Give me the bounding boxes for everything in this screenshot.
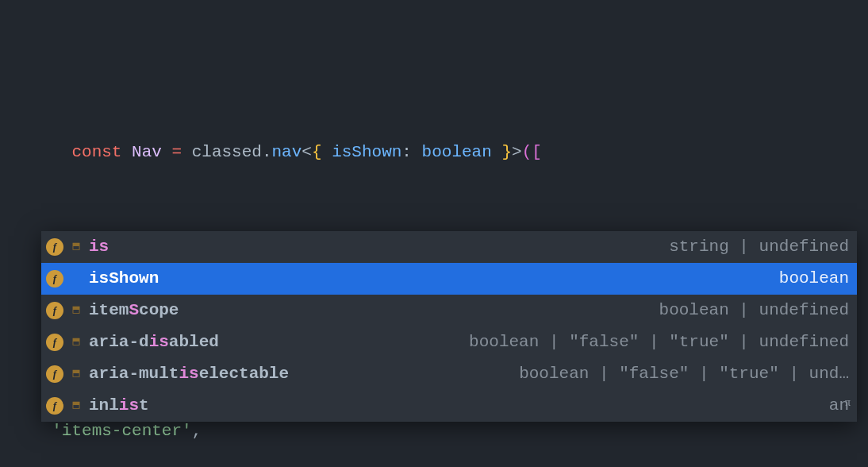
autocomplete-label: aria-multiselectable: [89, 358, 289, 390]
autocomplete-label: inlist: [89, 390, 149, 422]
brace: {: [312, 143, 332, 161]
autocomplete-type: string | undefined: [669, 231, 849, 263]
suggest-badge-icon: π: [845, 387, 851, 419]
identifier: Nav: [132, 143, 162, 161]
autocomplete-label: isShown: [89, 263, 159, 295]
import-icon: ⬒: [70, 358, 83, 390]
brace: ([: [522, 143, 542, 161]
method-icon: f: [46, 270, 63, 288]
identifier: classed: [192, 143, 262, 161]
autocomplete-item[interactable]: f⬒itemScopeboolean | undefined: [41, 295, 857, 326]
method-icon: f: [46, 238, 63, 256]
autocomplete-popup[interactable]: f⬒isstring | undefinedfisShownbooleanf⬒i…: [41, 231, 857, 422]
punct: :: [401, 143, 421, 161]
method-icon: f: [46, 397, 63, 415]
punct: ,: [192, 422, 202, 440]
autocomplete-item[interactable]: f⬒inlistan: [41, 390, 857, 422]
autocomplete-type: boolean | undefined: [659, 295, 849, 326]
property: isShown: [332, 143, 401, 161]
autocomplete-item[interactable]: f⬒aria-multiselectableboolean | "false" …: [41, 358, 857, 390]
autocomplete-type: boolean: [779, 263, 849, 295]
import-icon: ⬒: [70, 231, 83, 263]
method-icon: f: [46, 302, 63, 319]
import-icon: ⬒: [70, 390, 83, 422]
autocomplete-label: aria-disabled: [89, 326, 219, 358]
punct: .: [262, 143, 272, 161]
punct: >: [512, 143, 522, 161]
member: nav: [272, 143, 302, 161]
equals: =: [162, 143, 192, 161]
method-icon: f: [46, 365, 63, 383]
import-icon: ⬒: [70, 326, 83, 358]
autocomplete-type: boolean | "false" | "true" | undefined: [469, 326, 849, 358]
import-icon: ⬒: [70, 295, 83, 326]
string-literal: 'items-center': [52, 422, 191, 440]
autocomplete-item[interactable]: f⬒isstring | undefined: [41, 231, 857, 263]
autocomplete-type: boolean | "false" | "true" | und…: [519, 358, 849, 390]
autocomplete-item[interactable]: fisShownboolean: [41, 263, 857, 295]
method-icon: f: [46, 334, 63, 351]
brace: }: [492, 143, 512, 161]
code-line[interactable]: const Nav = classed.nav<{ isShown: boole…: [0, 106, 868, 199]
type: boolean: [422, 143, 492, 161]
punct: <: [301, 143, 312, 161]
autocomplete-label: is: [89, 231, 109, 263]
keyword-const: const: [71, 143, 132, 161]
autocomplete-label: itemScope: [89, 295, 179, 326]
autocomplete-item[interactable]: f⬒aria-disabledboolean | "false" | "true…: [41, 326, 857, 358]
